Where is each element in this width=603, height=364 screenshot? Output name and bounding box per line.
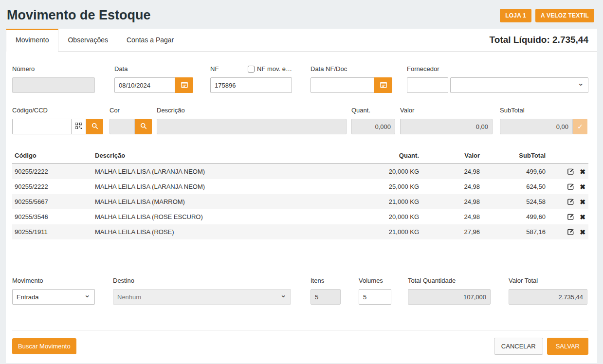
cell-subtotal: 499,60 — [480, 213, 546, 220]
top-right-buttons: LOJA 1 A VELOZ TEXTIL — [500, 9, 594, 22]
movimento-field-group: Movimento Entrada — [12, 276, 95, 305]
codigo-search-button[interactable] — [86, 119, 103, 134]
add-item-button[interactable]: ✓ — [573, 119, 587, 134]
codigo-input[interactable] — [12, 119, 72, 134]
cell-codigo: 90255/2222 — [12, 183, 95, 190]
fornecedor-select[interactable] — [450, 77, 588, 93]
salvar-button[interactable]: SALVAR — [547, 338, 588, 355]
cell-quant: 25,000 KG — [346, 183, 419, 190]
descricao-input — [157, 119, 347, 134]
cell-valor: 24,98 — [419, 183, 480, 190]
cell-subtotal: 624,50 — [480, 183, 546, 190]
form-row-1: Número Data NF — [12, 65, 588, 93]
tab-movimento[interactable]: Movimento — [6, 29, 58, 52]
codigo-field-group: Código/CCD — [12, 106, 103, 134]
volumes-label: Volumes — [359, 276, 391, 285]
header-valor: Valor — [419, 152, 480, 159]
edit-icon[interactable] — [567, 228, 574, 236]
action-bar: Buscar Movimento CANCELAR SALVAR — [12, 330, 588, 363]
barcode-button[interactable] — [72, 119, 86, 134]
cell-codigo: 90255/3546 — [12, 213, 95, 220]
movimento-select-wrap: Entrada — [12, 289, 95, 305]
edit-icon[interactable] — [567, 198, 574, 205]
check-icon: ✓ — [577, 123, 583, 130]
company-button[interactable]: A VELOZ TEXTIL — [535, 9, 594, 22]
tab-bar: Movimento Observações Contas a Pagar Tot… — [6, 29, 597, 52]
valor-total-field-group: Valor Total — [509, 276, 587, 305]
valor-field-group: Valor — [400, 106, 493, 134]
descricao-field-group: Descrição — [157, 106, 347, 134]
total-liquido: Total Líquido: 2.735,44 — [490, 35, 588, 45]
delete-icon[interactable]: ✖ — [580, 229, 585, 236]
data-nf-input[interactable] — [311, 77, 374, 93]
total-quantidade-label: Total Quantidade — [408, 276, 491, 285]
numero-input — [12, 77, 95, 93]
fornecedor-code-input[interactable] — [407, 77, 448, 93]
delete-icon[interactable]: ✖ — [580, 214, 585, 220]
destino-label: Destino — [113, 276, 291, 285]
total-quantidade-input — [408, 289, 491, 305]
delete-icon[interactable]: ✖ — [580, 199, 585, 205]
cell-codigo: 90255/1911 — [12, 228, 95, 236]
buscar-movimento-button[interactable]: Buscar Movimento — [12, 338, 76, 354]
movimento-select[interactable]: Entrada — [12, 289, 95, 305]
data-nf-calendar-button[interactable] — [374, 77, 392, 93]
table-row: 90255/2222 MALHA LEILA LISA (LARANJA NEO… — [12, 179, 588, 194]
destino-select: Nenhum — [113, 289, 291, 305]
nf-input[interactable] — [210, 77, 292, 93]
data-input[interactable] — [114, 77, 175, 93]
data-nf-field-group: Data NF/Doc — [311, 65, 392, 93]
cell-valor: 24,98 — [419, 198, 480, 205]
cor-search-button[interactable] — [135, 119, 152, 134]
destino-select-wrap: Nenhum — [113, 289, 291, 305]
header-quant: Quant. — [346, 152, 419, 159]
cell-quant: 21,000 KG — [346, 198, 419, 205]
cell-actions: ✖ — [546, 228, 588, 236]
tab-contas-a-pagar[interactable]: Contas a Pagar — [117, 29, 183, 51]
cell-actions: ✖ — [546, 198, 588, 205]
action-bar-right: CANCELAR SALVAR — [494, 338, 588, 355]
edit-icon[interactable] — [567, 183, 574, 190]
card-body: Número Data NF — [6, 52, 597, 363]
header-actions — [546, 152, 588, 159]
numero-field-group: Número — [12, 65, 95, 93]
table-rows: 90255/2222 MALHA LEILA LISA (LARANJA NEO… — [12, 164, 588, 239]
nf-mov-checkbox-wrap[interactable]: NF mov. e… — [248, 65, 292, 73]
itens-input — [311, 289, 341, 305]
quant-field-group: Quant. — [351, 106, 395, 134]
cell-subtotal: 524,58 — [480, 198, 546, 205]
loja-button[interactable]: LOJA 1 — [500, 9, 531, 22]
data-calendar-button[interactable] — [175, 77, 193, 93]
nf-mov-checkbox-label: NF mov. e… — [257, 65, 292, 73]
valor-label: Valor — [400, 106, 493, 114]
cor-input — [110, 119, 135, 134]
subtotal-input — [500, 119, 573, 134]
codigo-label: Código/CCD — [12, 106, 103, 114]
volumes-input[interactable] — [359, 289, 391, 305]
destino-field-group: Destino Nenhum — [113, 276, 291, 305]
header-codigo: Código — [12, 152, 95, 159]
cor-field-group: Cor — [110, 106, 152, 134]
nf-label: NF — [210, 65, 219, 73]
edit-icon[interactable] — [567, 213, 574, 220]
numero-label: Número — [12, 65, 95, 73]
footer-form-row: Movimento Entrada Destino Nenhum Itens — [12, 276, 588, 305]
table-row: 90255/3546 MALHA LEILA LISA (ROSE ESCURO… — [12, 209, 588, 224]
cancelar-button[interactable]: CANCELAR — [494, 338, 543, 355]
valor-total-input — [509, 289, 587, 305]
delete-icon[interactable]: ✖ — [580, 183, 585, 190]
nf-mov-checkbox[interactable] — [248, 66, 255, 73]
form-row-2: Código/CCD Cor — [12, 106, 588, 134]
cell-valor: 24,98 — [419, 213, 480, 220]
quant-input — [351, 119, 395, 134]
itens-label: Itens — [311, 276, 341, 285]
delete-icon[interactable]: ✖ — [580, 168, 585, 175]
edit-icon[interactable] — [567, 168, 574, 175]
subtotal-label: SubTotal — [500, 106, 587, 114]
cell-subtotal: 499,60 — [480, 168, 546, 175]
table-row: 90255/5667 MALHA LEILA LISA (MARROM) 21,… — [12, 194, 588, 209]
data-nf-label: Data NF/Doc — [311, 65, 392, 73]
tab-observacoes[interactable]: Observações — [58, 29, 117, 51]
cell-quant: 20,000 KG — [346, 168, 419, 175]
valor-input — [400, 119, 493, 134]
